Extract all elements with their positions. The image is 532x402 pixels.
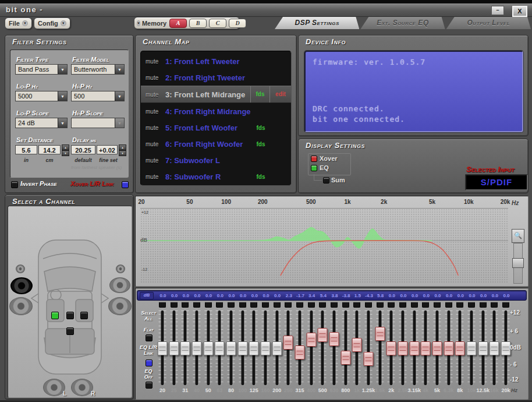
- distance-stepper[interactable]: ▲▼: [62, 144, 69, 155]
- band-select-button[interactable]: [296, 302, 303, 308]
- eq-slider-handle-31[interactable]: [180, 341, 190, 355]
- eq-off-button[interactable]: [146, 382, 152, 389]
- band-select-button[interactable]: [308, 302, 315, 308]
- subwoofer-right-icon[interactable]: [71, 379, 93, 396]
- select-all-label[interactable]: Select All: [136, 310, 161, 322]
- distance-in-field[interactable]: 5.6: [15, 145, 37, 154]
- eq-slider-handle-3-15k[interactable]: [409, 341, 419, 355]
- eq-slider-handle-630[interactable]: [329, 332, 339, 346]
- speaker-front-left-tweeter[interactable]: [16, 265, 25, 273]
- memory-button-c[interactable]: C: [209, 19, 226, 28]
- eq-slider-handle-160[interactable]: [261, 341, 271, 355]
- mute-button[interactable]: mute: [146, 174, 162, 180]
- eq-slider-handle-400[interactable]: [306, 333, 316, 347]
- distance-cm-field[interactable]: 14.2: [38, 145, 61, 154]
- sum-checkbox[interactable]: [323, 177, 329, 184]
- listening-position-front-right[interactable]: [80, 312, 88, 319]
- band-select-button[interactable]: [182, 302, 189, 308]
- channel-name[interactable]: 6: Front Right Woofer: [165, 140, 251, 149]
- minimize-button[interactable]: –: [491, 6, 504, 15]
- eq-slider-handle-12-5k[interactable]: [478, 341, 488, 355]
- band-select-button[interactable]: [411, 302, 418, 308]
- channel-row[interactable]: mute5: Front Left Wooferfds: [141, 119, 291, 136]
- flat-button[interactable]: [146, 334, 152, 341]
- band-select-button[interactable]: [193, 302, 200, 308]
- slider-track[interactable]: [321, 311, 324, 385]
- channel-name[interactable]: 5: Front Left Woofer: [165, 124, 251, 132]
- eq-display-checkbox[interactable]: [311, 165, 317, 171]
- band-select-button[interactable]: [388, 302, 395, 308]
- eq-slider-handle-16k[interactable]: [490, 341, 499, 355]
- speaker-front-right-midrange[interactable]: [109, 277, 130, 293]
- channel-row[interactable]: mute6: Front Right Wooferfds: [141, 136, 291, 152]
- tab-dsp-settings[interactable]: DSP Settings: [275, 17, 359, 29]
- filter-type-select[interactable]: Band Pass▼: [15, 64, 68, 75]
- band-select-button[interactable]: [285, 302, 292, 308]
- tab-ext-source-eq[interactable]: Ext. Source EQ: [360, 17, 445, 29]
- eq-slider-handle-25[interactable]: [169, 341, 179, 355]
- filter-model-select[interactable]: Butterworth▼: [71, 64, 125, 75]
- slider-track[interactable]: [367, 311, 370, 385]
- band-select-button[interactable]: [319, 302, 326, 308]
- eq-slider-handle-50[interactable]: [203, 341, 213, 355]
- mute-button[interactable]: mute: [146, 91, 162, 98]
- delay-fine-field[interactable]: +0.02: [97, 145, 118, 154]
- fds-badge[interactable]: fds: [251, 174, 270, 180]
- channel-name[interactable]: 7: Subwoofer L: [165, 156, 251, 165]
- chevron-down-icon[interactable]: ▼: [137, 20, 140, 26]
- speaker-front-left-woofer[interactable]: [9, 297, 33, 315]
- file-menu-button[interactable]: File ▼: [5, 17, 32, 29]
- speaker-front-right-tweeter[interactable]: [116, 265, 125, 273]
- listening-position-front-center[interactable]: [66, 312, 74, 319]
- band-select-button[interactable]: [159, 302, 166, 308]
- listening-position-rear[interactable]: [66, 327, 74, 335]
- eq-slider-handle-125[interactable]: [249, 341, 259, 355]
- channel-name[interactable]: 4: Front Right Midrange: [165, 107, 251, 116]
- band-select-button[interactable]: [262, 302, 269, 308]
- band-select-button[interactable]: [171, 302, 178, 308]
- edit-button[interactable]: edit: [269, 86, 291, 103]
- band-select-button[interactable]: [353, 302, 360, 308]
- band-select-button[interactable]: [342, 302, 349, 308]
- channel-row[interactable]: mute8: Subwoofer Rfds: [141, 168, 291, 185]
- slider-track[interactable]: [344, 311, 347, 385]
- mute-button[interactable]: mute: [146, 141, 162, 147]
- channel-row[interactable]: mute1: Front Left Tweeter: [141, 53, 291, 69]
- band-select-button[interactable]: [216, 302, 223, 308]
- eq-slider-handle-1-6k[interactable]: [375, 327, 385, 341]
- band-select-button[interactable]: [239, 302, 246, 308]
- mute-button[interactable]: mute: [146, 58, 162, 65]
- eq-slider-handle-40[interactable]: [192, 341, 202, 355]
- band-select-button[interactable]: [491, 302, 498, 308]
- slider-track[interactable]: [310, 311, 313, 385]
- channel-row[interactable]: mute3: Front Left Midrangefdsedit: [141, 86, 291, 103]
- eq-slider-handle-200[interactable]: [272, 341, 282, 355]
- mute-button[interactable]: mute: [146, 157, 162, 164]
- eq-slider-handle-500[interactable]: [318, 328, 328, 342]
- xover-display-checkbox[interactable]: [311, 156, 317, 162]
- dropdown-arrow-icon[interactable]: ▼: [58, 91, 67, 101]
- eq-slider-handle-2-5k[interactable]: [398, 341, 408, 355]
- eq-slider-handle-80[interactable]: [226, 341, 236, 355]
- dropdown-arrow-icon[interactable]: ▼: [115, 65, 124, 74]
- channel-name[interactable]: 1: Front Left Tweeter: [165, 57, 251, 66]
- eq-slider-handle-5k[interactable]: [432, 341, 442, 355]
- eq-slider-handle-6-3k[interactable]: [444, 341, 453, 355]
- mute-button[interactable]: mute: [146, 75, 162, 81]
- config-menu-button[interactable]: Config ▼: [34, 17, 70, 29]
- channel-name[interactable]: 8: Subwoofer R: [165, 172, 251, 181]
- eq-slider-handle-800[interactable]: [341, 351, 350, 365]
- lo-p-select[interactable]: 5000▼: [15, 91, 68, 101]
- eq-slider-handle-250[interactable]: [283, 336, 293, 350]
- eq-slider-handle-2k[interactable]: [386, 341, 396, 355]
- band-select-button[interactable]: [365, 302, 372, 308]
- band-select-button[interactable]: [205, 302, 212, 308]
- band-select-button[interactable]: [274, 302, 281, 308]
- hi-p-select[interactable]: 500▼: [71, 91, 125, 101]
- band-select-button[interactable]: [422, 302, 429, 308]
- memory-button-b[interactable]: B: [189, 19, 207, 28]
- band-select-button[interactable]: [434, 302, 441, 308]
- slider-track[interactable]: [333, 311, 336, 385]
- fds-badge[interactable]: fds: [251, 125, 270, 131]
- fds-badge[interactable]: fds: [250, 86, 269, 103]
